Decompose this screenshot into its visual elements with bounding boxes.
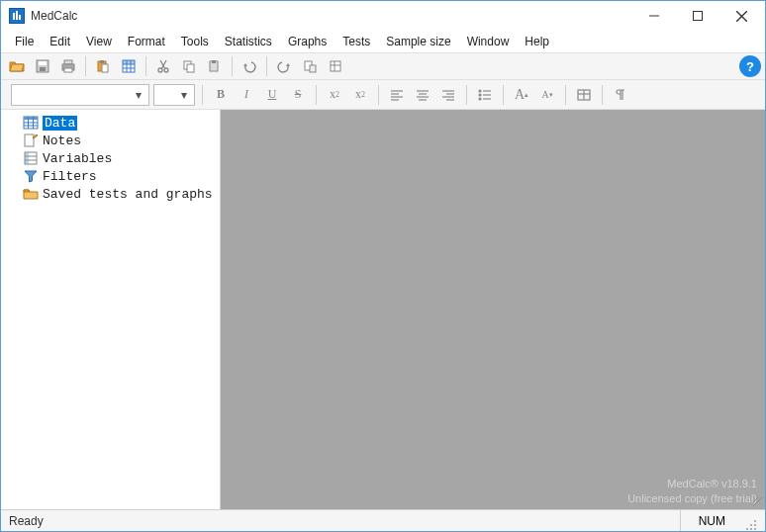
tree-pane: Data Notes Variables Filters Saved tests… <box>1 110 221 509</box>
menu-view[interactable]: View <box>78 33 120 50</box>
tree-item-filters[interactable]: Filters <box>5 167 220 185</box>
insert-icon-2[interactable] <box>324 55 347 77</box>
tree-item-data[interactable]: Data <box>5 114 220 132</box>
table-format-button[interactable] <box>573 84 595 106</box>
paste-button[interactable] <box>91 55 115 77</box>
minimize-button[interactable] <box>632 2 676 30</box>
align-right-button[interactable] <box>437 84 459 106</box>
svg-point-68 <box>754 524 756 526</box>
decrease-font-button[interactable]: A▾ <box>536 84 558 106</box>
svg-point-69 <box>750 524 752 526</box>
italic-button[interactable]: I <box>236 84 257 106</box>
svg-rect-9 <box>40 67 46 71</box>
font-size-combo[interactable]: ▾ <box>153 84 195 106</box>
svg-rect-12 <box>64 68 72 72</box>
menu-tests[interactable]: Tests <box>335 33 378 50</box>
insert-icon-1[interactable] <box>298 55 322 77</box>
redo-button[interactable] <box>272 55 296 77</box>
menu-edit[interactable]: Edit <box>42 33 78 50</box>
svg-rect-4 <box>694 12 703 21</box>
menu-tools[interactable]: Tools <box>173 33 217 50</box>
svg-rect-27 <box>187 64 194 72</box>
tree-label: Variables <box>43 151 112 166</box>
help-button[interactable]: ? <box>739 55 761 77</box>
tree-label: Notes <box>43 133 81 148</box>
svg-rect-57 <box>24 117 38 120</box>
underline-button[interactable]: U <box>261 84 283 106</box>
undo-button[interactable] <box>238 55 261 77</box>
svg-rect-14 <box>100 60 104 63</box>
status-text: Ready <box>9 514 680 528</box>
save-button[interactable] <box>31 55 54 77</box>
tree-item-saved[interactable]: Saved tests and graphs <box>5 185 220 203</box>
maximize-button[interactable] <box>676 2 719 30</box>
menu-graphs[interactable]: Graphs <box>280 33 335 50</box>
tree-label: Saved tests and graphs <box>43 187 213 202</box>
svg-point-47 <box>479 90 481 92</box>
tree-item-notes[interactable]: Notes <box>5 132 220 149</box>
svg-point-25 <box>164 68 168 72</box>
grid-button[interactable] <box>117 55 141 77</box>
strike-button[interactable]: S <box>287 84 309 106</box>
svg-rect-10 <box>64 60 72 64</box>
svg-rect-62 <box>25 134 34 146</box>
increase-font-button[interactable]: A▴ <box>511 84 532 106</box>
svg-point-70 <box>754 528 756 530</box>
svg-rect-21 <box>123 60 135 64</box>
menu-bar: File Edit View Format Tools Statistics G… <box>1 31 765 52</box>
format-toolbar: ▾ ▾ B I U S x2 x2 A▴ A▾ <box>1 80 765 110</box>
main-toolbar: ? <box>1 52 765 80</box>
copy-button[interactable] <box>177 55 201 77</box>
bullet-list-button[interactable] <box>474 84 496 106</box>
svg-rect-8 <box>39 61 47 65</box>
close-button[interactable] <box>719 2 763 30</box>
svg-point-72 <box>746 528 748 530</box>
tree-label: Data <box>43 116 77 131</box>
tree-item-variables[interactable]: Variables <box>5 149 220 167</box>
cut-button[interactable] <box>151 55 175 77</box>
svg-rect-32 <box>331 61 340 71</box>
status-bar: Ready NUM <box>1 509 765 531</box>
folder-icon <box>23 186 39 202</box>
align-left-button[interactable] <box>386 84 408 106</box>
menu-format[interactable]: Format <box>120 33 173 50</box>
window-title: MedCalc <box>31 9 77 23</box>
main-area: Data Notes Variables Filters Saved tests… <box>1 110 765 509</box>
svg-rect-15 <box>102 64 108 72</box>
notes-icon <box>23 133 39 148</box>
menu-file[interactable]: File <box>7 33 42 50</box>
chevron-down-icon: ▾ <box>176 88 192 102</box>
watermark: MedCalc® v18.9.1 Unlicensed copy (free t… <box>627 477 757 505</box>
svg-point-49 <box>479 98 481 100</box>
menu-help[interactable]: Help <box>517 33 557 50</box>
filter-icon <box>23 168 39 184</box>
svg-rect-1 <box>16 11 18 20</box>
bold-button[interactable]: B <box>210 84 232 106</box>
paragraph-button[interactable] <box>610 84 631 106</box>
font-name-combo[interactable]: ▾ <box>11 84 149 106</box>
align-center-button[interactable] <box>412 84 433 106</box>
svg-rect-2 <box>19 15 21 20</box>
svg-point-67 <box>754 520 756 522</box>
svg-point-48 <box>479 94 481 96</box>
menu-window[interactable]: Window <box>459 33 518 50</box>
menu-sample-size[interactable]: Sample size <box>378 33 458 50</box>
resize-grip-icon[interactable] <box>753 497 763 507</box>
status-num: NUM <box>680 510 743 531</box>
print-button[interactable] <box>56 55 80 77</box>
svg-rect-31 <box>310 65 316 72</box>
version-text: MedCalc® v18.9.1 <box>627 477 757 490</box>
variables-icon <box>23 150 39 166</box>
title-bar: MedCalc <box>1 1 765 31</box>
svg-rect-29 <box>212 60 216 63</box>
superscript-button[interactable]: x2 <box>349 84 371 106</box>
open-button[interactable] <box>5 55 29 77</box>
svg-rect-66 <box>25 152 29 164</box>
svg-rect-0 <box>13 13 15 20</box>
paste-alt-button[interactable] <box>203 55 227 77</box>
tree-label: Filters <box>43 169 97 184</box>
subscript-button[interactable]: x2 <box>324 84 345 106</box>
svg-point-71 <box>750 528 752 530</box>
window-resize-grip-icon[interactable] <box>743 510 757 531</box>
menu-statistics[interactable]: Statistics <box>217 33 280 50</box>
